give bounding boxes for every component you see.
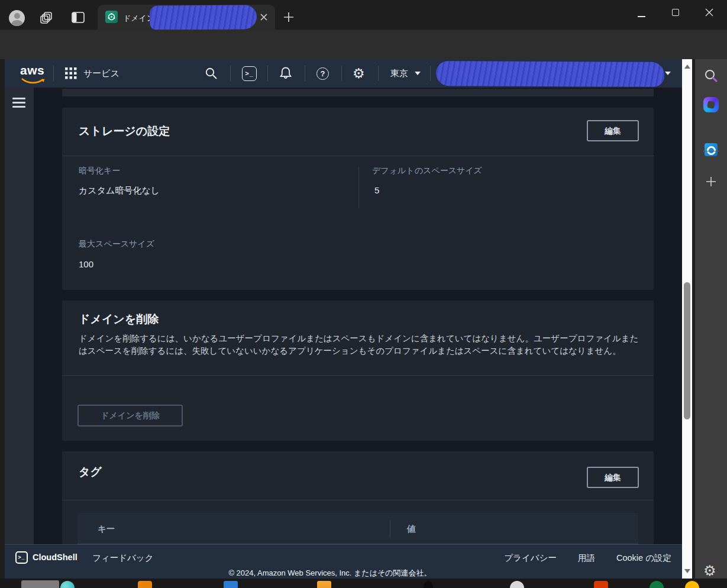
taskbar-folder-icon[interactable]: [317, 581, 331, 588]
region-selector[interactable]: 東京: [390, 68, 408, 79]
window-minimize-button[interactable]: [638, 16, 645, 17]
side-nav-rail: [5, 88, 34, 544]
encryption-key-value: カスタム暗号化なし: [79, 185, 160, 196]
profile-avatar[interactable]: [9, 10, 25, 26]
tags-column-value: 値: [407, 524, 416, 535]
vertical-tabs-icon[interactable]: [72, 12, 85, 24]
aws-logo[interactable]: aws: [20, 63, 46, 83]
encryption-key-label: 暗号化キー: [79, 166, 120, 176]
browser-titlebar: ドメイン: [0, 0, 727, 30]
footer-terms-link[interactable]: 用語: [578, 553, 595, 564]
nav-services-label[interactable]: サービス: [83, 68, 119, 79]
footer-cloudshell-icon[interactable]: >_: [15, 551, 28, 564]
browser-tab[interactable]: ドメイン: [98, 5, 275, 30]
delete-domain-description: ドメインを削除するには、いかなるユーザープロファイルまたはスペースもドメインに含…: [79, 332, 639, 357]
storage-card-title: ストレージの設定: [79, 124, 170, 139]
delete-domain-card: ドメインを削除 ドメインを削除するには、いかなるユーザープロファイルまたはスペー…: [62, 301, 654, 441]
region-caret-icon: [415, 72, 421, 75]
account-caret-icon: [665, 72, 671, 75]
sidebar-search-icon[interactable]: [703, 68, 719, 83]
sagemaker-favicon-icon: [105, 11, 118, 23]
scrollbar-down-arrow-icon[interactable]: [684, 569, 690, 573]
footer-copyright: © 2024, Amazon Web Services, Inc. またはその関…: [5, 568, 655, 579]
max-space-size-value: 100: [79, 259, 93, 269]
taskbar-app-blue-icon[interactable]: [224, 581, 238, 588]
scrollbar-thumb[interactable]: [684, 282, 690, 419]
scrollbar-up-arrow-icon[interactable]: [684, 64, 690, 69]
console-page: ストレージの設定 編集 暗号化キー カスタム暗号化なし デフォルトのスペースサイ…: [5, 88, 682, 544]
taskbar-app-yellow-icon[interactable]: [685, 581, 699, 588]
taskbar-app-orange-icon[interactable]: [138, 581, 152, 588]
sidebar-settings-gear-icon[interactable]: ⚙: [703, 563, 716, 579]
nav-cloudshell-icon[interactable]: >_: [242, 66, 257, 81]
default-space-size-label: デフォルトのスペースサイズ: [372, 166, 482, 176]
aws-smile-icon: [21, 77, 46, 84]
taskbar-app-red-icon[interactable]: [594, 581, 608, 588]
footer-cloudshell-label[interactable]: CloudShell: [33, 553, 77, 562]
browser-toolbar: S: [0, 30, 727, 59]
aws-footer: >_ CloudShell フィードバック プライバシー 用語 Cookie の…: [5, 544, 682, 579]
sidebar-m365-copilot-icon[interactable]: [703, 97, 719, 112]
sidebar-add-icon[interactable]: [706, 176, 716, 187]
nav-help-icon[interactable]: ?: [316, 67, 329, 80]
tags-column-key: キー: [98, 524, 115, 535]
column-divider: [358, 167, 359, 208]
default-space-size-value: 5: [374, 185, 379, 195]
windows-taskbar: [0, 579, 727, 588]
max-space-size-label: 最大スペースサイズ: [79, 239, 154, 250]
taskbar-edge-icon[interactable]: [60, 581, 75, 588]
tags-edit-button[interactable]: 編集: [587, 467, 639, 488]
footer-privacy-link[interactable]: プライバシー: [504, 553, 557, 564]
account-name-redaction[interactable]: [436, 61, 664, 87]
nav-settings-gear-icon[interactable]: ⚙: [353, 66, 365, 80]
page-scrollbar[interactable]: [682, 59, 692, 579]
tags-table-header: キー 値: [77, 513, 638, 544]
storage-settings-card: ストレージの設定 編集 暗号化キー カスタム暗号化なし デフォルトのスペースサイ…: [62, 108, 654, 290]
tags-card: タグ 編集 キー 値: [62, 451, 654, 544]
new-tab-icon[interactable]: [283, 12, 294, 22]
sidebar-divider: [703, 151, 719, 151]
taskbar-widgets-highlight[interactable]: [21, 580, 59, 588]
taskbar-app-black-icon[interactable]: [424, 581, 433, 588]
browser-window: ドメイン S: [0, 0, 727, 588]
tab-close-icon[interactable]: [260, 13, 268, 21]
workspaces-icon[interactable]: [40, 11, 54, 25]
footer-feedback-link[interactable]: フィードバック: [92, 553, 154, 564]
taskbar-app-green-icon[interactable]: [650, 581, 664, 588]
nav-notifications-bell-icon[interactable]: [279, 66, 293, 81]
previous-section-edge: [62, 89, 654, 96]
footer-cookie-link[interactable]: Cookie の設定: [616, 553, 671, 564]
delete-domain-button[interactable]: ドメインを削除: [77, 405, 183, 427]
window-maximize-button[interactable]: [672, 9, 679, 16]
tags-card-title: タグ: [79, 464, 102, 480]
delete-domain-title: ドメインを削除: [79, 312, 159, 327]
services-grid-icon[interactable]: [65, 67, 77, 79]
storage-edit-button[interactable]: 編集: [587, 120, 639, 141]
aws-top-nav: aws サービス >_ ? ⚙ 東京: [5, 59, 682, 88]
tab-title-redaction: [150, 5, 257, 30]
taskbar-app-gray-icon[interactable]: [510, 581, 524, 588]
menu-hamburger-icon[interactable]: [12, 98, 25, 109]
sidebar-outlook-icon[interactable]: [705, 143, 718, 156]
nav-search-icon[interactable]: [205, 67, 218, 80]
edge-sidebar: ⚙: [695, 59, 727, 588]
window-close-button[interactable]: [705, 8, 713, 17]
